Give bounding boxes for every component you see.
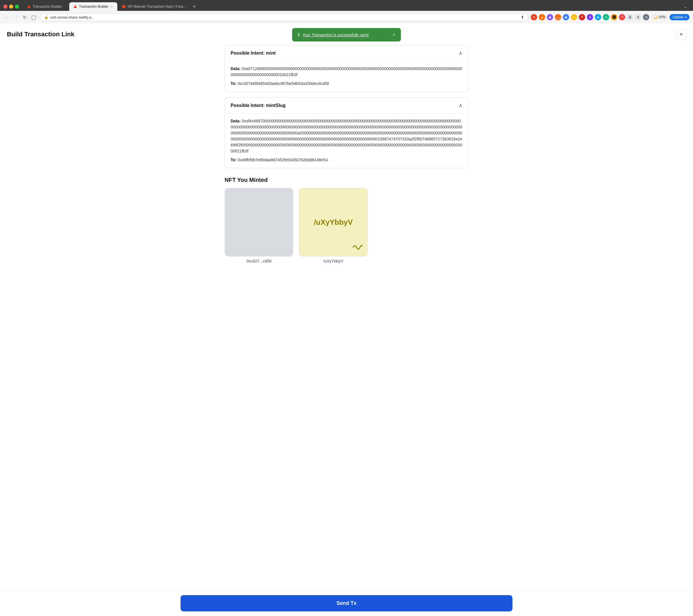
intent-chevron-mintslug: ∧ [459,102,462,109]
ext-icon-10[interactable]: G [603,14,609,20]
nft-label-2: /uXyYbbyV [323,259,343,263]
nft-section-title: NFT You Minted [224,177,469,183]
ext-icon-3[interactable]: ◆ [547,14,553,20]
address-bar[interactable]: 🔒 cart-social-share.netlify.a... ⬆ [40,13,529,21]
intent-title-mintslug: Possible Intent: mintSlug [231,103,285,108]
intent-data-mintslug: Data: 0xef4c6687000000000000000000000000… [231,118,462,154]
update-label: Update [672,15,684,19]
svg-marker-0 [27,5,31,8]
nft-squiggle-icon [353,242,363,252]
browser-chrome: Transaction Builder Transaction Builder … [0,0,693,23]
tab-transaction-builder-inactive[interactable]: Transaction Builder [23,2,69,11]
window-maximize-button[interactable] [15,5,19,8]
send-tx-bar: Send Tx [0,590,693,616]
ext-icon-11[interactable]: 🅱 [611,14,617,20]
window-minimize-button[interactable] [9,5,13,8]
nft-section: NFT You Minted 0xc927...cd58 /uXyYbbyV [224,177,469,263]
share-icon: ⬆ [521,15,524,19]
success-toast: ℹ Your Transaction is successfully sent!… [292,28,401,41]
svg-point-2 [122,5,125,8]
intent-to-mintslug: To: 0x48fbf0b7e6bdaa9d7452feb34507b2bddb… [231,158,462,162]
ext-icon-8[interactable]: ✦ [587,14,593,20]
svg-marker-1 [74,5,77,8]
update-button[interactable]: Update ≡ [670,14,690,20]
ext-icon-9[interactable]: ◈ [595,14,601,20]
intent-body-mint: Data: 0xa0712d68000000000000000000000000… [225,61,468,91]
tab-op-mainnet[interactable]: OP Mainnet Transaction Hash (Txha... [118,2,190,11]
toast-info-icon: ℹ [298,32,300,38]
ext-icon-6[interactable]: ⚡ [571,14,577,20]
ext-icon-2[interactable]: ▲ [539,14,545,20]
tab-label-op: OP Mainnet Transaction Hash (Txha... [127,5,186,8]
tab-close-icon[interactable]: × [110,5,113,8]
address-bar-row: ← → ↻ ◯ 🔒 cart-social-share.netlify.a...… [0,11,693,23]
toast-close-button[interactable]: × [393,32,395,38]
back-button[interactable]: ← [3,14,10,21]
nft-gray-image [225,188,293,256]
ext-icon-13[interactable]: ☰ [627,14,633,20]
vpn-label: VPN [659,15,666,19]
nft-slug-text: /uXyYbbyV [314,218,353,227]
intent-data-mint: Data: 0xa0712d68000000000000000000000000… [231,66,462,78]
ext-icon-5[interactable]: ◉ [563,14,569,20]
ext-brave-icon[interactable]: B [531,14,537,20]
intent-header-mint[interactable]: Possible Intent: mint ∧ [225,45,468,61]
nft-card-1: 0xc927...cd58 [224,188,293,263]
window-close-button[interactable] [3,5,7,8]
ext-icon-12[interactable]: 🛡 [619,14,625,20]
intent-card-mint: Possible Intent: mint ∧ Data: 0xa0712d68… [224,45,469,92]
address-url: cart-social-share.netlify.a... [50,15,519,19]
intent-to-mint: To: 0xc927ebf64654d3aebc967be54b93a330de… [231,81,462,86]
nft-yellow-image: /uXyYbbyV [299,188,368,256]
ext-icon-15[interactable]: ⊡ [643,14,649,20]
send-tx-button[interactable]: Send Tx [181,595,512,611]
tab-bar: Transaction Builder Transaction Builder … [0,0,693,11]
ext-icon-7[interactable]: P [579,14,585,20]
vpn-badge[interactable]: 🌙 VPN [651,14,668,20]
reload-button[interactable]: ↻ [22,14,28,21]
intent-chevron-mint: ∧ [459,50,462,56]
bookmark-button[interactable]: ◯ [30,14,38,21]
lock-icon: 🔒 [44,15,48,19]
app-container: Build Transaction Link ≡ ℹ Your Transact… [0,23,693,616]
tab-favicon-active [73,5,77,8]
main-content: Possible Intent: mint ∧ Data: 0xa0712d68… [218,45,475,298]
vpn-icon: 🌙 [653,15,657,19]
ext-icon-14[interactable]: S [635,14,641,20]
menu-button[interactable]: ≡ [676,29,686,39]
new-tab-button[interactable]: + [191,3,198,11]
toast-container: ℹ Your Transaction is successfully sent!… [292,28,401,41]
tab-favicon-inactive [27,5,31,8]
browser-extensions: B ▲ ◆ 🦊 ◉ ⚡ P ✦ ◈ G 🅱 🛡 ☰ S ⊡ 🌙 VPN Upda… [531,14,690,20]
intent-title-mint: Possible Intent: mint [231,50,276,56]
tab-overflow-button[interactable]: ⌄ [681,3,690,10]
toast-message[interactable]: Your Transaction is successfully sent! [302,33,369,37]
tab-label-active: Transaction Builder [79,5,108,8]
page-title: Build Transaction Link [7,30,74,38]
intent-body-mintslug: Data: 0xef4c6687000000000000000000000000… [225,113,468,168]
nft-image-1 [224,188,293,256]
hamburger-icon: ≡ [685,15,687,19]
nft-image-2: /uXyYbbyV [299,188,368,256]
intent-header-mintslug[interactable]: Possible Intent: mintSlug ∧ [225,98,468,113]
nft-card-2: /uXyYbbyV /uXyYbbyV [299,188,368,263]
intent-card-mintslug: Possible Intent: mintSlug ∧ Data: 0xef4c… [224,98,469,168]
nft-label-1: 0xc927...cd58 [246,259,271,263]
tab-favicon-op [122,5,126,8]
tab-label-inactive: Transaction Builder [33,5,65,8]
forward-button[interactable]: → [13,14,19,21]
tab-transaction-builder-active[interactable]: Transaction Builder × [69,2,117,11]
nft-grid: 0xc927...cd58 /uXyYbbyV [224,188,469,263]
ext-icon-4[interactable]: 🦊 [555,14,561,20]
window-controls [3,5,19,8]
